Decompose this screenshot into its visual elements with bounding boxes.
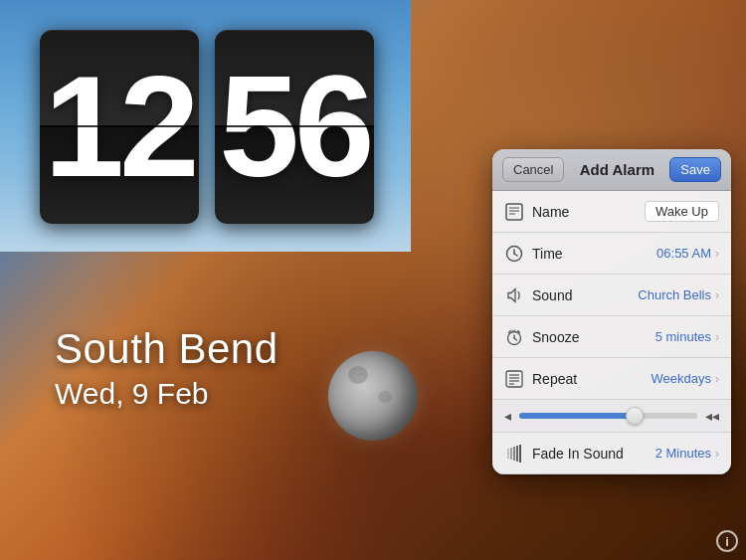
snooze-icon: [504, 327, 524, 347]
snooze-label: Snooze: [532, 329, 655, 345]
svg-rect-17: [507, 449, 509, 459]
minutes-tile: 56: [215, 30, 374, 224]
hours-tile: 12: [40, 30, 199, 224]
svg-rect-21: [519, 445, 521, 463]
time-icon: [504, 244, 524, 264]
repeat-value[interactable]: Weekdays ›: [652, 371, 719, 386]
city-date: Wed, 9 Feb: [55, 377, 279, 411]
time-row[interactable]: Time 06:55 AM ›: [492, 233, 731, 275]
time-value[interactable]: 06:55 AM ›: [656, 246, 719, 261]
snooze-value[interactable]: 5 minutes ›: [655, 329, 719, 344]
svg-rect-18: [510, 448, 512, 460]
volume-row: ◂ ◂◂: [492, 400, 731, 433]
alarm-panel: Cancel Add Alarm Save Name Time: [492, 149, 731, 474]
hours-display: 12: [44, 55, 194, 199]
repeat-label: Repeat: [532, 371, 652, 387]
time-label: Time: [532, 246, 656, 262]
svg-rect-19: [513, 447, 515, 461]
svg-rect-0: [506, 204, 522, 220]
moon-image: [328, 351, 418, 441]
name-label: Name: [532, 204, 645, 220]
fade-in-icon: [504, 444, 524, 464]
fade-in-row[interactable]: Fade In Sound 2 Minutes ›: [492, 433, 731, 474]
fade-in-chevron: ›: [715, 447, 719, 461]
save-button[interactable]: Save: [669, 157, 721, 182]
snooze-row[interactable]: Snooze 5 minutes ›: [492, 316, 731, 358]
fade-in-value[interactable]: 2 Minutes ›: [655, 446, 719, 461]
panel-header: Cancel Add Alarm Save: [492, 149, 731, 191]
volume-slider[interactable]: [519, 413, 697, 419]
name-value[interactable]: [645, 201, 719, 222]
volume-high-icon: ◂◂: [705, 408, 719, 424]
sound-value[interactable]: Church Bells ›: [638, 287, 719, 302]
svg-rect-20: [516, 446, 518, 462]
sound-label: Sound: [532, 287, 638, 303]
info-button[interactable]: i: [716, 530, 738, 552]
name-row: Name: [492, 191, 731, 233]
name-icon: [504, 202, 524, 222]
sound-icon: [504, 285, 524, 305]
repeat-row[interactable]: Repeat Weekdays ›: [492, 358, 731, 400]
clock-area: 12 56: [40, 30, 374, 224]
time-chevron: ›: [715, 247, 719, 261]
name-input[interactable]: [645, 201, 719, 222]
svg-line-9: [514, 338, 517, 340]
sound-chevron: ›: [715, 288, 719, 302]
volume-low-icon: ◂: [504, 408, 511, 424]
panel-title: Add Alarm: [564, 161, 669, 178]
city-name: South Bend: [55, 325, 279, 373]
svg-line-6: [514, 254, 517, 256]
snooze-chevron: ›: [715, 330, 719, 344]
volume-thumb[interactable]: [626, 407, 644, 425]
sound-row[interactable]: Sound Church Bells ›: [492, 275, 731, 316]
repeat-icon: [504, 369, 524, 389]
repeat-chevron: ›: [715, 372, 719, 386]
city-info: South Bend Wed, 9 Feb: [55, 325, 279, 411]
fade-in-label: Fade In Sound: [532, 446, 655, 462]
minutes-display: 56: [219, 55, 369, 199]
svg-rect-12: [506, 371, 522, 387]
cancel-button[interactable]: Cancel: [502, 157, 564, 182]
